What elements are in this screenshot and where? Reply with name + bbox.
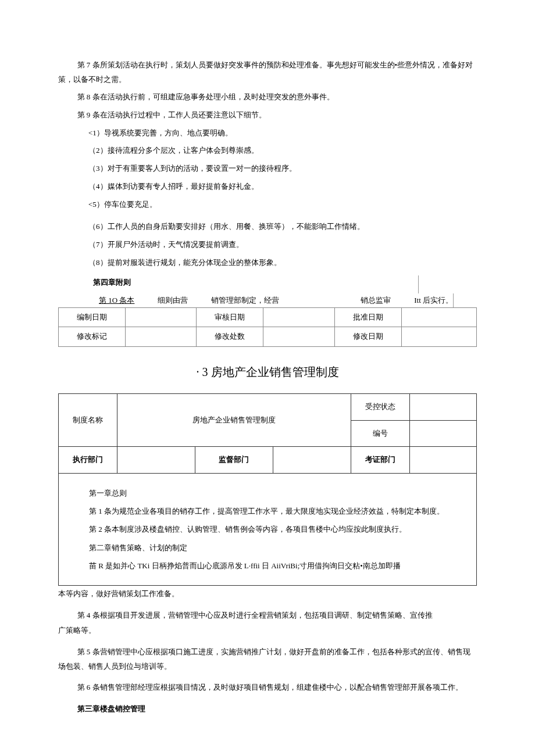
detail-8: （8）提前对服装进行规划，能充分体现企业的整体形象。 xyxy=(58,256,477,270)
mod-count-value xyxy=(263,327,334,347)
detail-7: （7）开展尸外活动时，天气情况要提前调查。 xyxy=(58,238,477,252)
article-6: 第 6 条销售管理部经理应根据项目情况，及时做好项目销售规划，组建隹楼中心，以配… xyxy=(58,680,477,695)
super-dept-value xyxy=(273,447,351,474)
section-title: · 3 房地产企业销售管理制度 xyxy=(58,361,477,383)
status-value xyxy=(409,394,476,421)
after-box-content: 本等内容，做好营销策划工作准备。 第 4 条根据项目开发进展，营销管理中心应及时… xyxy=(58,587,477,716)
table-row: 执行部门 监督部门 考证部门 xyxy=(59,447,477,474)
document-header-table: 制度名称 房地产企业销售管理制度 受控状态 编号 执行部门 监督部门 考证部门 xyxy=(58,393,477,474)
box-p2: 第 2 条本制度涉及楼盘销控、认购管理、销售例会等内容，各项目售楼中心均应按此制… xyxy=(74,520,461,538)
table-row: 修改标记 修改处数 修改日期 xyxy=(59,327,477,347)
box-p1: 第 1 条为规范企业各项目的销存工作，提高管理工作水平，最大限度地实现企业经济效… xyxy=(74,502,461,520)
article-8: 第 8 条在活动执行前，可组建应急事务处理小组，及时处理突发的意外事件。 xyxy=(58,90,477,105)
approve-date-label: 批准日期 xyxy=(334,307,401,327)
article-10-c: 销管理部制定，经营 xyxy=(211,293,279,308)
article-10-a: 第 1O 条本 xyxy=(87,293,134,308)
chapter-3-heading: 第三章楼盘销控管理 xyxy=(58,702,477,716)
mod-mark-value xyxy=(126,327,197,347)
article-10-b: 细则由营 xyxy=(158,293,188,308)
detail-5: <5）停车位要充足。 xyxy=(58,198,477,212)
system-name-label: 制度名称 xyxy=(59,394,117,447)
compile-date-label: 编制日期 xyxy=(59,307,126,327)
article-10-e: Itt 后实行。 xyxy=(414,293,453,308)
chapter-4-label: 第四章附则 xyxy=(93,275,131,290)
detail-1: <1）导视系统要完善，方向、地点要明确。 xyxy=(58,126,477,141)
status-label: 受控状态 xyxy=(351,394,410,421)
code-label: 编号 xyxy=(351,420,410,447)
verify-dept-label: 考证部门 xyxy=(351,447,410,474)
code-value xyxy=(409,420,476,447)
article-10-row: 第 1O 条本 细则由营 销管理部制定，经营 销总监审 Itt 后实行。 xyxy=(58,293,454,308)
mod-date-value xyxy=(401,327,476,347)
detail-3: （3）对于有重要客人到访的活动，要设置一对一的接待程序。 xyxy=(58,162,477,176)
exec-dept-label: 执行部门 xyxy=(59,447,117,474)
table-row: 编制日期 审核日期 批准日期 xyxy=(59,307,477,327)
article-10-d: 销总监审 xyxy=(361,293,391,308)
compile-date-value xyxy=(126,307,197,327)
mod-count-label: 修改处数 xyxy=(197,327,263,347)
system-name-value: 房地产企业销售管理制度 xyxy=(117,394,351,447)
metadata-table-1: 编制日期 审核日期 批准日期 修改标记 修改处数 修改日期 xyxy=(58,307,477,347)
content-box: 第一章总则 第 1 条为规范企业各项目的销存工作，提高管理工作水平，最大限度地实… xyxy=(58,474,477,586)
article-7: 第 7 条所策划活动在执行时，策划人员要做好突发事件的预防和处理准备。事先想好可… xyxy=(58,58,477,87)
after-pa: 本等内容，做好营销策划工作准备。 xyxy=(58,587,477,601)
mod-date-label: 修改日期 xyxy=(334,327,401,347)
chapter-4-heading-row: 第四章附则 xyxy=(93,275,419,293)
article-4b: 广策略等。 xyxy=(58,624,477,638)
detail-2: （2）接待流程分多个层次，让客户体会到尊崇感。 xyxy=(58,144,477,158)
table-row: 制度名称 房地产企业销售管理制度 受控状态 xyxy=(59,394,477,421)
review-date-label: 审核日期 xyxy=(197,307,263,327)
approve-date-value xyxy=(401,307,476,327)
detail-6: （6）工作人员的自身后勤要安排好（用水、用餐、换班等），不能影响工作情绪。 xyxy=(58,220,477,234)
box-p3: 苗 R 是如并心 TKi 日柄挣焰普而山心底源吊发 L·ffii 日 AiiVr… xyxy=(74,557,461,575)
chapter-2-heading: 第二章销售策略、计划的制定 xyxy=(74,539,461,557)
article-4a: 第 4 条根据项目开发进展，营销管理中心应及时进行全程营销策划，包括项目调研、制… xyxy=(58,608,477,623)
mod-mark-label: 修改标记 xyxy=(59,327,126,347)
super-dept-label: 监督部门 xyxy=(195,447,273,474)
review-date-value xyxy=(263,307,334,327)
detail-4: （4）媒体到访要有专人招呼，最好提前备好礼金。 xyxy=(58,180,477,194)
verify-dept-value xyxy=(409,447,476,474)
exec-dept-value xyxy=(117,447,195,474)
article-9: 第 9 条在活动执行过程中，工作人员还要注意以下细节。 xyxy=(58,108,477,123)
chapter-1-heading: 第一章总则 xyxy=(74,484,461,502)
article-5: 第 5 条营销管理中心应根据项口施工进度，实施营销推广计划，做好开盘前的准备工作… xyxy=(58,645,477,673)
